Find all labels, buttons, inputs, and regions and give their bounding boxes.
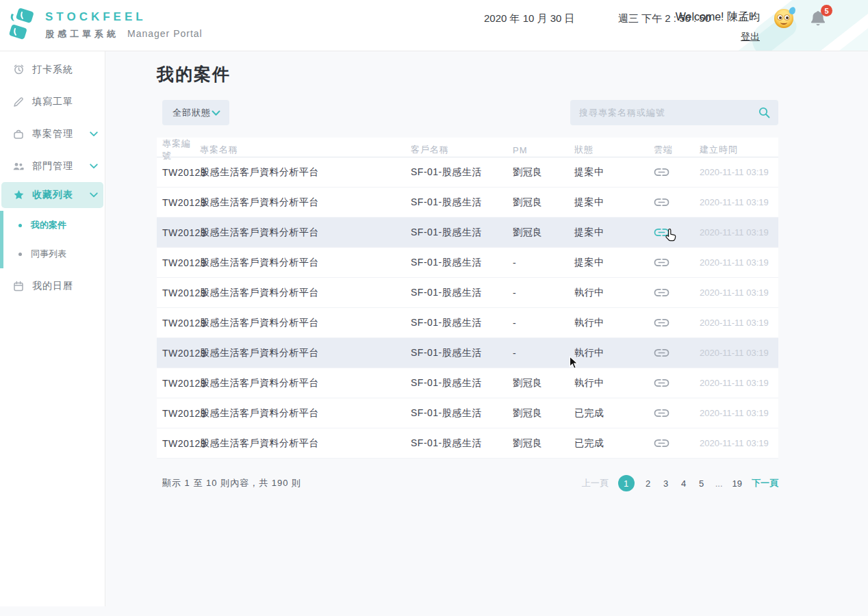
cell-pm: 劉冠良 <box>513 437 574 450</box>
page-number[interactable]: 4 <box>680 478 688 489</box>
cell-project-name: 股感生活客戶資料分析平台 <box>200 377 411 389</box>
cell-project-name: 股感生活客戶資料分析平台 <box>200 317 411 329</box>
cell-pm: - <box>513 257 574 268</box>
table-row[interactable]: TW20129股感生活客戶資料分析平台SF-01-股感生活劉冠良執行中2020-… <box>157 368 778 398</box>
cell-created: 2020-11-11 03:19 <box>700 348 778 358</box>
cell-client: SF-01-股感生活 <box>411 227 513 239</box>
cell-created: 2020-11-11 03:19 <box>700 378 778 388</box>
brand-subtitle: 股感工單系統 <box>45 28 119 40</box>
app-header: STOCKFEEL 股感工單系統 Manager Portal 2020 年 1… <box>0 0 868 51</box>
cell-created: 2020-11-11 03:19 <box>700 318 778 328</box>
page-number[interactable]: 19 <box>732 478 742 489</box>
cell-pm: - <box>513 348 574 359</box>
link-icon[interactable] <box>654 318 700 327</box>
cell-project-name: 股感生活客戶資料分析平台 <box>200 227 411 239</box>
link-icon[interactable] <box>654 258 700 267</box>
link-icon[interactable] <box>654 348 700 357</box>
status-filter-dropdown[interactable]: 全部狀態 <box>162 100 229 125</box>
pagination: 上一頁 12345...19 下一頁 <box>582 475 778 491</box>
calendar-icon <box>12 280 25 292</box>
chevron-down-icon <box>212 107 220 119</box>
link-icon[interactable] <box>654 378 700 387</box>
cell-project-id: TW20129 <box>157 438 200 449</box>
table-row[interactable]: TW20129股感生活客戶資料分析平台SF-01-股感生活劉冠良已完成2020-… <box>157 398 778 428</box>
link-icon[interactable] <box>654 288 700 297</box>
cell-pm: - <box>513 318 574 329</box>
prev-page-button[interactable]: 上一頁 <box>582 477 609 489</box>
cell-pm: 劉冠良 <box>513 196 574 209</box>
notification-bell[interactable]: 5 <box>808 9 831 32</box>
cell-project-id: TW20129 <box>157 197 200 208</box>
cell-project-id: TW20129 <box>157 408 200 419</box>
brand: STOCKFEEL 股感工單系統 Manager Portal <box>7 8 203 45</box>
table-row[interactable]: TW20129股感生活客戶資料分析平台SF-01-股感生活-提案中2020-11… <box>157 248 778 278</box>
cell-project-id: TW20129 <box>157 287 200 298</box>
page-number[interactable]: 5 <box>698 478 706 489</box>
pagination-summary: 顯示 1 至 10 則內容，共 190 則 <box>157 477 301 489</box>
sidebar-item-favorites[interactable]: 收藏列表 <box>1 182 103 208</box>
cell-project-id: TW20129 <box>157 318 200 329</box>
cell-project-id: TW20129 <box>157 167 200 178</box>
cell-pm: 劉冠良 <box>513 407 574 420</box>
cell-status: 執行中 <box>574 347 654 359</box>
cell-project-id: TW20129 <box>157 227 200 238</box>
table-row[interactable]: TW20129股感生活客戶資料分析平台SF-01-股感生活劉冠良提案中2020-… <box>157 218 778 248</box>
link-icon[interactable] <box>654 409 700 418</box>
sidebar-item-clock-in[interactable]: 打卡系統 <box>0 53 105 86</box>
table-row[interactable]: TW20129股感生活客戶資料分析平台SF-01-股感生活-執行中2020-11… <box>157 308 778 338</box>
sidebar-subitem-my-cases[interactable]: 我的案件 <box>3 211 105 240</box>
link-icon[interactable] <box>654 168 700 177</box>
header-cell: 雲端 <box>654 144 700 156</box>
link-icon[interactable] <box>654 228 700 237</box>
chevron-down-icon <box>90 131 98 137</box>
header-cell: 客戶名稱 <box>411 144 513 156</box>
table-row[interactable]: TW20129股感生活客戶資料分析平台SF-01-股感生活劉冠良已完成2020-… <box>157 428 778 459</box>
page-number[interactable]: 1 <box>618 475 635 491</box>
link-icon[interactable] <box>654 439 700 448</box>
header-cell: 專案編號 <box>157 138 200 162</box>
chevron-down-icon <box>90 192 98 198</box>
table-row[interactable]: TW20129股感生活客戶資料分析平台SF-01-股感生活劉冠良提案中2020-… <box>157 157 778 188</box>
search-icon[interactable] <box>758 107 770 118</box>
cell-status: 執行中 <box>574 317 654 329</box>
sidebar-submenu: 我的案件同事列表 <box>0 211 105 268</box>
sidebar-item-project-mgmt[interactable]: 專案管理 <box>0 118 105 150</box>
user-emoji-avatar[interactable] <box>774 9 793 28</box>
cell-status: 提案中 <box>574 166 654 179</box>
table-row[interactable]: TW20129股感生活客戶資料分析平台SF-01-股感生活-執行中2020-11… <box>157 278 778 308</box>
cell-project-id: TW20129 <box>157 378 200 389</box>
cell-pm: 劉冠良 <box>513 166 574 179</box>
search-input[interactable] <box>579 107 758 118</box>
page-list: 12345...19 <box>618 475 742 491</box>
pencil-icon <box>12 96 25 108</box>
logout-link[interactable]: 登出 <box>741 31 760 42</box>
header-cell: 狀態 <box>574 144 654 156</box>
cell-client: SF-01-股感生活 <box>411 407 513 420</box>
sidebar-subitem-colleagues[interactable]: 同事列表 <box>3 240 105 268</box>
ellipsis: ... <box>715 478 723 489</box>
cell-client: SF-01-股感生活 <box>411 257 513 269</box>
cell-created: 2020-11-11 03:19 <box>700 287 778 298</box>
cell-created: 2020-11-11 03:19 <box>700 167 778 177</box>
cell-client: SF-01-股感生活 <box>411 196 513 209</box>
welcome-text: Welcome! 陳孟昀 <box>667 10 760 25</box>
bell-icon <box>808 21 828 33</box>
table-row[interactable]: TW20129股感生活客戶資料分析平台SF-01-股感生活劉冠良提案中2020-… <box>157 188 778 218</box>
alarm-clock-icon <box>12 64 25 76</box>
header-cell: 建立時間 <box>700 144 778 156</box>
bullet-icon <box>18 253 22 256</box>
main-content: 我的案件 全部狀態 專案編號專案名稱客戶名稱PM狀態雲端建立時間 TW20129… <box>157 51 778 491</box>
page-number[interactable]: 3 <box>662 478 670 489</box>
cell-status: 執行中 <box>574 287 654 299</box>
page-number[interactable]: 2 <box>644 478 652 489</box>
next-page-button[interactable]: 下一頁 <box>752 477 778 489</box>
cell-client: SF-01-股感生活 <box>411 347 513 359</box>
link-icon[interactable] <box>654 198 700 207</box>
cell-client: SF-01-股感生活 <box>411 437 513 450</box>
sidebar-menu: 打卡系統填寫工單專案管理部門管理收藏列表我的案件同事列表我的日曆 <box>0 51 105 606</box>
table-row[interactable]: TW20129股感生活客戶資料分析平台SF-01-股感生活-執行中2020-11… <box>157 338 778 368</box>
sidebar-item-fill-form[interactable]: 填寫工單 <box>0 86 105 118</box>
cell-status: 執行中 <box>574 377 654 389</box>
sidebar-item-my-calendar[interactable]: 我的日曆 <box>0 270 105 302</box>
sidebar-item-dept-mgmt[interactable]: 部門管理 <box>0 150 105 182</box>
